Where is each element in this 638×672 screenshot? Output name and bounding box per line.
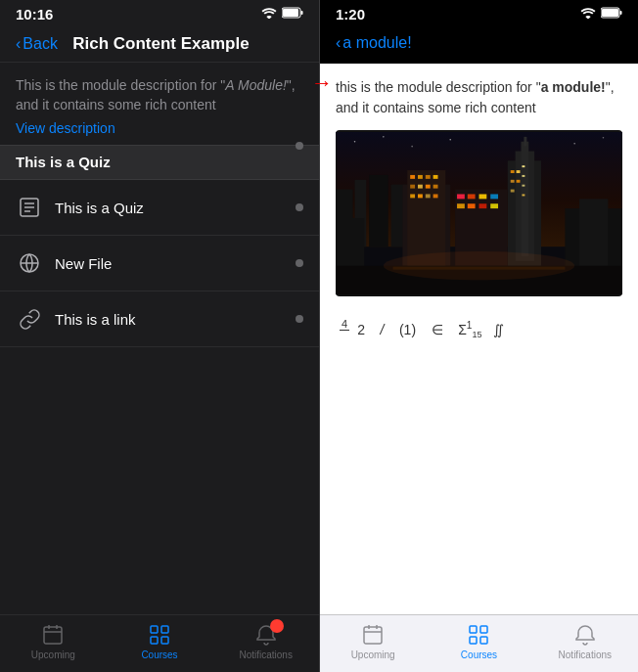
svg-rect-38 — [522, 194, 524, 196]
svg-rect-30 — [511, 170, 515, 173]
svg-rect-54 — [457, 194, 465, 199]
red-arrow-indicator: → — [311, 70, 333, 96]
file-item-dot — [296, 259, 303, 267]
wifi-icon — [261, 7, 277, 22]
svg-point-73 — [603, 137, 605, 139]
section-header-text: This is a Quiz — [16, 154, 111, 170]
svg-rect-2 — [301, 11, 303, 15]
quiz-icon — [16, 194, 43, 221]
right-panel: 1:20 ‹ a module! this is the module desc… — [320, 0, 638, 672]
right-wifi-icon — [580, 7, 596, 22]
svg-rect-15 — [151, 637, 158, 644]
svg-point-70 — [411, 146, 413, 148]
right-battery-icon — [601, 7, 622, 22]
tab-upcoming-label: Upcoming — [31, 650, 75, 660]
right-tab-upcoming[interactable]: Upcoming — [320, 623, 426, 660]
svg-rect-46 — [418, 185, 423, 189]
math-content: 4 2 / (1) ∈ Σ115 ∬ — [336, 310, 622, 350]
svg-rect-14 — [161, 626, 168, 633]
right-chevron-left-icon: ‹ — [336, 34, 341, 52]
svg-rect-61 — [490, 203, 498, 208]
module-items-list: This is a Quiz New File — [0, 180, 319, 614]
svg-point-67 — [384, 251, 574, 280]
link-item-label: This is a link — [55, 311, 296, 328]
link-item-dot — [296, 315, 303, 323]
red-arrow-icon: → — [311, 70, 333, 95]
svg-rect-81 — [480, 637, 487, 644]
tab-courses[interactable]: Courses — [107, 623, 213, 660]
svg-rect-80 — [470, 637, 477, 644]
calendar-icon — [41, 623, 65, 647]
section-dot — [296, 136, 303, 154]
list-item[interactable]: This is a link — [0, 291, 319, 347]
left-status-bar: 10:16 — [0, 0, 319, 26]
svg-rect-74 — [364, 627, 382, 644]
svg-rect-1 — [283, 9, 298, 17]
left-nav-bar: ‹ Back Rich Content Example — [0, 26, 319, 63]
grid-icon — [148, 623, 171, 647]
tab-notifications[interactable]: Notifications — [212, 623, 319, 660]
svg-rect-28 — [521, 142, 528, 256]
right-bell-icon — [573, 623, 597, 647]
svg-rect-36 — [522, 175, 524, 177]
svg-rect-51 — [426, 194, 431, 198]
math-text: 2 / (1) ∈ Σ115 ∬ — [357, 320, 504, 339]
svg-rect-16 — [161, 637, 168, 644]
notification-badge — [270, 619, 284, 633]
tab-courses-label: Courses — [141, 650, 177, 660]
right-grid-icon — [467, 623, 490, 647]
right-back-button[interactable]: ‹ a module! — [336, 34, 622, 52]
right-tab-notifications[interactable]: Notifications — [532, 623, 638, 660]
svg-rect-37 — [522, 185, 524, 187]
svg-rect-18 — [602, 9, 618, 17]
svg-point-68 — [354, 141, 356, 143]
svg-rect-52 — [433, 194, 438, 198]
right-tab-courses[interactable]: Courses — [426, 623, 531, 660]
svg-rect-40 — [407, 170, 445, 266]
section-header: This is a Quiz — [0, 145, 319, 180]
right-content-area[interactable]: this is the module description for "a mo… — [320, 64, 638, 614]
svg-rect-34 — [511, 190, 515, 193]
svg-rect-32 — [511, 180, 515, 183]
tab-notifications-label: Notifications — [239, 650, 292, 660]
right-calendar-icon — [361, 623, 385, 647]
svg-rect-57 — [490, 194, 498, 199]
bell-icon — [254, 623, 278, 647]
right-back-label: a module! — [342, 34, 411, 52]
list-item[interactable]: New File — [0, 236, 319, 291]
module-description: This is the module description for "A Mo… — [0, 63, 319, 145]
left-panel: 10:16 ‹ Back Rich Content Example → This… — [0, 0, 319, 672]
quiz-item-dot — [296, 203, 303, 211]
svg-rect-9 — [44, 627, 62, 644]
svg-rect-47 — [426, 185, 431, 189]
module-desc-text: This is the module description for "A Mo… — [16, 76, 303, 114]
svg-rect-42 — [418, 175, 423, 179]
view-description-link[interactable]: View description — [16, 120, 115, 136]
right-status-icons — [580, 7, 622, 22]
left-status-icons — [261, 7, 303, 22]
tab-upcoming[interactable]: Upcoming — [0, 623, 107, 660]
svg-rect-50 — [418, 194, 423, 198]
svg-rect-49 — [410, 194, 415, 198]
svg-point-71 — [449, 139, 451, 141]
right-nav-bar: ‹ a module! — [320, 26, 638, 64]
right-tab-courses-label: Courses — [461, 650, 497, 660]
right-tab-upcoming-label: Upcoming — [351, 650, 395, 660]
svg-point-72 — [573, 143, 575, 145]
svg-rect-29 — [524, 137, 526, 147]
right-tab-notifications-label: Notifications — [559, 650, 612, 660]
svg-rect-24 — [369, 175, 388, 246]
right-description: this is the module description for "a mo… — [336, 77, 622, 118]
battery-icon — [282, 7, 303, 22]
file-item-label: New File — [55, 255, 296, 272]
file-icon — [16, 249, 43, 277]
svg-rect-79 — [480, 626, 487, 633]
svg-rect-58 — [457, 203, 465, 208]
quiz-item-label: This is a Quiz — [55, 200, 296, 216]
svg-rect-56 — [479, 194, 487, 199]
svg-rect-13 — [151, 626, 158, 633]
right-time: 1:20 — [336, 6, 365, 22]
svg-rect-48 — [433, 185, 438, 189]
right-status-bar: 1:20 — [320, 0, 638, 26]
list-item[interactable]: This is a Quiz — [0, 180, 319, 236]
